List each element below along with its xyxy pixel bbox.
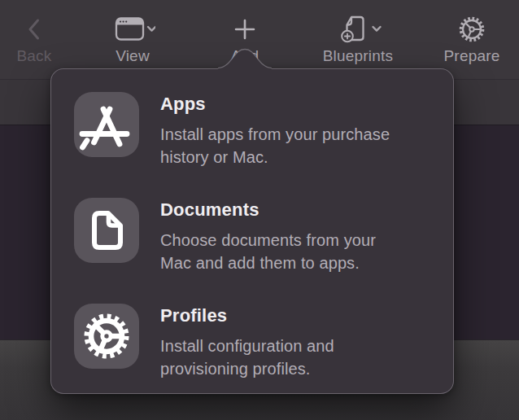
popover-item-profiles[interactable]: Profiles Install configuration and provi…: [74, 304, 434, 380]
window-icon: [88, 11, 177, 47]
popover-arrow-icon: [218, 46, 272, 69]
popover-item-title: Apps: [160, 93, 390, 115]
plus-icon: [212, 11, 277, 47]
app-window: Back View Add: [0, 0, 519, 420]
document-icon: [74, 198, 139, 263]
gear-profile-icon: [74, 304, 139, 369]
popover-item-apps[interactable]: Apps Install apps from your purchase his…: [74, 92, 434, 168]
add-popover: Apps Install apps from your purchase his…: [50, 68, 454, 394]
back-button[interactable]: Back: [6, 11, 63, 70]
prepare-label: Prepare: [431, 47, 512, 64]
popover-item-documents[interactable]: Documents Choose documents from your Mac…: [74, 198, 434, 274]
view-button[interactable]: View: [88, 11, 177, 70]
popover-item-title: Documents: [160, 199, 376, 221]
popover-item-title: Profiles: [160, 304, 334, 326]
blueprints-button[interactable]: Blueprints: [305, 11, 411, 70]
popover-item-description: Choose documents from your Mac and add t…: [160, 229, 376, 274]
chevron-down-icon: [148, 27, 155, 31]
chevron-left-icon: [6, 11, 63, 47]
prepare-button[interactable]: Prepare: [431, 11, 512, 70]
gear-icon: [431, 11, 512, 47]
app-store-icon: [74, 92, 139, 157]
blueprints-label: Blueprints: [305, 47, 411, 64]
doc-badge-plus-icon: [305, 11, 411, 47]
back-label: Back: [6, 47, 63, 64]
popover-item-description: Install configuration and provisioning p…: [160, 335, 334, 380]
chevron-down-icon: [373, 27, 381, 31]
popover-item-description: Install apps from your purchase history …: [160, 123, 390, 168]
view-label: View: [88, 47, 177, 64]
